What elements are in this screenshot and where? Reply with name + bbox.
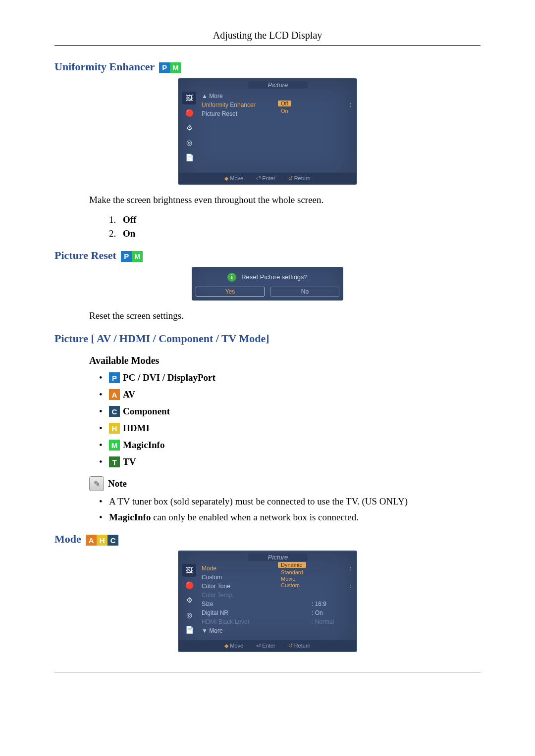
osd-opt-standard: Standard <box>278 569 306 575</box>
osd-title: Picture <box>248 81 308 89</box>
osd-row-hdmibl: HDMI Black Level <box>202 618 312 625</box>
tag-m-icon: M <box>170 62 181 73</box>
osd-row-colortone: Color Tone <box>202 583 350 590</box>
osd-footer: ◆ Move ⏎ Enter ↺ Return <box>179 173 356 184</box>
mode-a-icon: A <box>109 389 120 400</box>
osd-opt-movie: Movie <box>278 576 306 582</box>
reset-description: Reset the screen settings. <box>89 309 481 323</box>
osd-row-custom: Custom <box>202 574 351 581</box>
mode-p-icon: P <box>109 372 120 383</box>
osd-val-dnr: : On <box>312 609 351 616</box>
setup-tab-icon: ⚙ <box>182 594 196 606</box>
osd-row-dnr: Digital NR <box>202 609 312 616</box>
setup-tab-icon: ⚙ <box>182 121 196 134</box>
osd-opt-dynamic: Dynamic <box>278 562 306 568</box>
available-modes-title: Available Modes <box>89 355 481 366</box>
tag-c-icon: C <box>107 535 118 546</box>
osd-opt-custom: Custom <box>278 582 306 588</box>
osd-opt-on: On <box>278 108 291 114</box>
page-footer-rule <box>54 672 481 677</box>
mode-c-label: Component <box>123 406 170 417</box>
osd-val-hdmibl: : Normal <box>312 618 351 625</box>
page-header: Adjusting the LCD Display <box>54 30 481 46</box>
osd-title: Picture <box>248 554 308 561</box>
uniformity-description: Make the screen brightness even througho… <box>89 194 481 207</box>
multi-tab-icon: ◎ <box>182 608 196 621</box>
osd-row-picture-reset: Picture Reset <box>202 110 351 117</box>
osd-more-down: ▼ More <box>202 627 351 634</box>
osd-row-uniformity: Uniformity Enhancer <box>202 101 350 108</box>
osd-footer: ◆ Move ⏎ Enter ↺ Return <box>179 640 356 651</box>
section-uniformity-title: Uniformity Enhancer P M <box>54 60 481 73</box>
osd-row-size: Size <box>202 601 312 607</box>
mode-m-label: MagicInfo <box>123 440 164 451</box>
info-icon: i <box>227 273 236 282</box>
available-modes-list: •PPC / DVI / DisplayPort •AAV •CComponen… <box>99 372 481 467</box>
note-label: Note <box>108 478 127 489</box>
reset-yes-button: Yes <box>196 287 265 297</box>
tag-p-icon: P <box>121 251 132 262</box>
picture-tab-icon: 🖼 <box>182 92 196 104</box>
osd-mode-screenshot: Picture 🖼 🔴 ⚙ ◎ 📄 Mode: Custom Color Ton… <box>178 551 357 652</box>
note-1: A TV tuner box (sold separately) must be… <box>109 496 408 507</box>
tag-a-icon: A <box>86 535 97 546</box>
mode-t-icon: T <box>109 456 120 467</box>
mode-p-label: PC / DVI / DisplayPort <box>123 372 215 383</box>
mode-h-label: HDMI <box>123 423 150 434</box>
osd-opt-off: Off <box>278 101 291 106</box>
reset-no-button: No <box>270 287 339 297</box>
osd-uniformity-screenshot: Picture 🖼 🔴 ⚙ ◎ 📄 ▲ More Uniformity Enha… <box>178 78 357 185</box>
reset-dialog-screenshot: i Reset Picture settings? Yes No <box>192 267 343 301</box>
note-icon: ✎ <box>89 476 104 491</box>
section-picture-reset-title: Picture Reset P M <box>54 249 481 262</box>
osd-row-mode: Mode <box>202 565 350 572</box>
mode-a-label: AV <box>123 389 135 400</box>
osd-side-icons: 🖼 🔴 ⚙ ◎ 📄 <box>179 90 200 173</box>
mode-t-label: TV <box>123 456 136 467</box>
mode-m-icon: M <box>109 440 120 451</box>
uniformity-options-list: 1.Off 2.On <box>109 214 481 239</box>
sound-tab-icon: 🔴 <box>182 106 196 119</box>
mode-c-icon: C <box>109 406 120 417</box>
note-list: •A TV tuner box (sold separately) must b… <box>99 496 481 523</box>
multi-tab-icon: ◎ <box>182 136 196 149</box>
tag-p-icon: P <box>159 62 170 73</box>
osd-row-colortemp: Color Temp. <box>202 592 351 599</box>
reset-question: Reset Picture settings? <box>241 273 308 281</box>
picture-tab-icon: 🖼 <box>182 564 196 577</box>
osd-side-icons: 🖼 🔴 ⚙ ◎ 📄 <box>179 562 200 640</box>
osd-more-up: ▲ More <box>202 93 351 100</box>
mode-h-icon: H <box>109 423 120 434</box>
tag-m-icon: M <box>132 251 143 262</box>
note-2: MagicInfo can only be enabled when a net… <box>109 512 359 523</box>
osd-val-size: : 16:9 <box>312 601 351 607</box>
sound-tab-icon: 🔴 <box>182 579 196 592</box>
section-picture-av-title: Picture [ AV / HDMI / Component / TV Mod… <box>54 332 481 345</box>
section-mode-title: Mode A H C <box>54 533 481 546</box>
info-tab-icon: 📄 <box>182 151 196 164</box>
tag-h-icon: H <box>97 535 107 546</box>
info-tab-icon: 📄 <box>182 623 196 636</box>
